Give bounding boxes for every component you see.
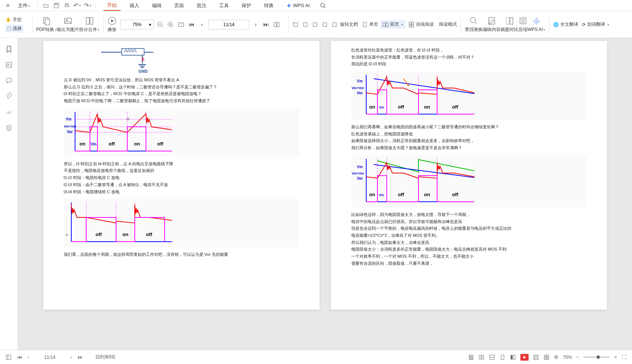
last-page-icon[interactable]: ⏭ [262,21,270,29]
zoom-out-icon[interactable] [156,21,164,29]
screenshot-compare[interactable]: 截图对比 [501,16,519,33]
save-icon[interactable] [52,1,60,10]
svg-rect-24 [323,23,327,26]
double-page[interactable]: 双页▾ [380,20,405,29]
svg-text:on: on [424,104,430,110]
svg-rect-123 [544,358,546,360]
status-next-icon[interactable]: › [70,354,72,360]
rotate-doc[interactable]: 旋转文档 [340,21,358,28]
document-viewport[interactable]: S GND 点 D 被拉到 0V，MOS 管可没法拉他，所以 MOS 管管不着点… [18,38,632,350]
zoom-in-status[interactable]: + [614,354,617,360]
svg-rect-32 [412,25,414,27]
select-tool[interactable]: ⬚选择 [6,25,23,32]
svg-rect-7 [45,19,50,25]
zoom-slider[interactable] [583,357,610,358]
rotate-right[interactable] [302,21,309,28]
tab-tools[interactable]: 工具 [215,1,233,10]
svg-text:n: n [66,233,68,237]
rotate-alt[interactable] [312,21,318,28]
tab-convert[interactable]: 转换 [260,1,277,10]
text-line: 比如绿色这样，因为电阻阻值太大，放电太慢，导致下一个周期， [351,211,586,218]
text-line: 电容中的电压起点就已经很高。所以导致可能最终尖峰也更高 [351,218,586,225]
tab-page[interactable]: 页面 [171,1,188,10]
search-icon[interactable] [319,1,327,10]
tab-insert[interactable]: 插入 [126,1,143,10]
attachment-icon[interactable] [5,92,13,100]
compress[interactable]: 压缩 [519,16,527,33]
read-mode[interactable]: 阅读模式 [439,21,457,28]
text-line: 红色波形基础上，把电阻阻值降低 [351,131,586,138]
status-last-icon[interactable]: ⏭ [78,354,82,360]
split-merge[interactable]: 拆分合并▾ [79,16,100,33]
view-mode-1-icon[interactable] [468,354,474,360]
zoom-in-icon[interactable] [166,21,175,29]
menu-icon[interactable]: ≡ [4,1,12,10]
svg-rect-124 [547,358,549,360]
hand-tool[interactable]: ✋手型 [6,17,23,23]
sidebar-toggle-icon[interactable] [6,354,12,360]
back-to-page[interactable]: 回到第9页 [96,354,116,360]
svg-rect-36 [506,18,509,24]
next-page-icon[interactable]: › [252,21,260,29]
svg-text:on: on [424,192,430,197]
bookmark-icon[interactable] [5,46,13,53]
view-mode-3-icon[interactable] [489,354,495,360]
undo-icon[interactable]: ↶▾ [73,1,81,10]
text-line: t3-t4 时段：电阻继续给 C 放电 [64,188,299,195]
zoom-out-status[interactable]: − [576,354,579,360]
page-input[interactable]: 11/14 [208,20,249,29]
book-icon[interactable] [273,21,281,29]
word-translate[interactable]: ⟳划词翻译▾ [582,21,609,28]
print-icon[interactable] [63,1,71,10]
first-page-icon[interactable]: ⏮ [187,21,196,29]
tab-start[interactable]: 开始 [103,0,121,11]
file-menu[interactable]: 文件▾ [14,1,34,10]
text-line: 不是线性，电阻电容放电有个曲线，这里近似画的 [64,167,299,174]
play-button[interactable]: 播放 [108,16,116,33]
svg-text:Vin: Vin [91,142,96,146]
thumbnail-icon[interactable] [5,61,13,69]
single-page[interactable]: 单页 [362,21,378,28]
continuous-read[interactable]: 连续阅读 [408,21,434,28]
comment-icon[interactable] [5,77,13,84]
status-first-icon[interactable]: ⏮ [17,354,22,360]
view-mode-5-icon[interactable] [510,354,516,360]
rotate-left[interactable] [292,21,299,28]
tab-protect[interactable]: 保护 [238,1,255,10]
text-line: 我们看，后面的每个周期，就这样周而复始的工作对吧，没有错，可以认为是 Vor 充… [64,251,299,258]
svg-text:on: on [80,141,85,147]
fit-icon[interactable] [177,21,185,29]
svg-text:off: off [157,141,164,147]
pdf-convert[interactable]: PDF转换▾ [36,16,57,33]
svg-rect-23 [313,23,317,26]
wps-ai-tool[interactable]: AWPS AI▾ [527,17,545,32]
redo-icon[interactable]: ↷▾ [84,1,92,10]
open-icon[interactable] [42,1,50,10]
text-line: 我说的是 t2-t3 时段 [351,60,586,68]
view-mode-4-icon[interactable] [499,354,505,360]
rotate-alt3[interactable] [331,21,338,28]
status-prev-icon[interactable]: ‹ [28,354,29,360]
play-status-icon[interactable] [520,354,529,361]
view-mode-7-icon[interactable] [544,354,550,360]
edit-content[interactable]: 编辑内容 [483,16,501,33]
layers-icon[interactable] [5,124,13,131]
zoom-select[interactable]: 75%▾ [120,20,154,29]
svg-rect-109 [469,355,473,356]
find-replace[interactable]: 查找替换 [465,16,483,33]
settings-icon[interactable]: ⚙ [554,354,558,360]
svg-rect-112 [479,355,481,359]
tab-edit[interactable]: 编辑 [148,1,165,10]
tab-wps-ai[interactable]: WPS AI [283,1,314,10]
sign-icon[interactable] [5,108,13,116]
prev-page-icon[interactable]: ‹ [198,21,206,29]
tab-bar: 开始 插入 编辑 页面 批注 工具 保护 转换 WPS AI [103,0,327,11]
export-image[interactable]: 输出为图片 [57,16,79,33]
full-translate[interactable]: 🌐全文翻译 [553,21,578,28]
view-mode-6-icon[interactable] [533,354,539,360]
view-mode-2-icon[interactable] [479,354,485,360]
svg-rect-122 [547,355,549,357]
tab-comment[interactable]: 批注 [193,1,210,10]
rotate-alt2[interactable] [321,21,328,28]
fullscreen-icon[interactable]: ⛶ [622,354,626,360]
